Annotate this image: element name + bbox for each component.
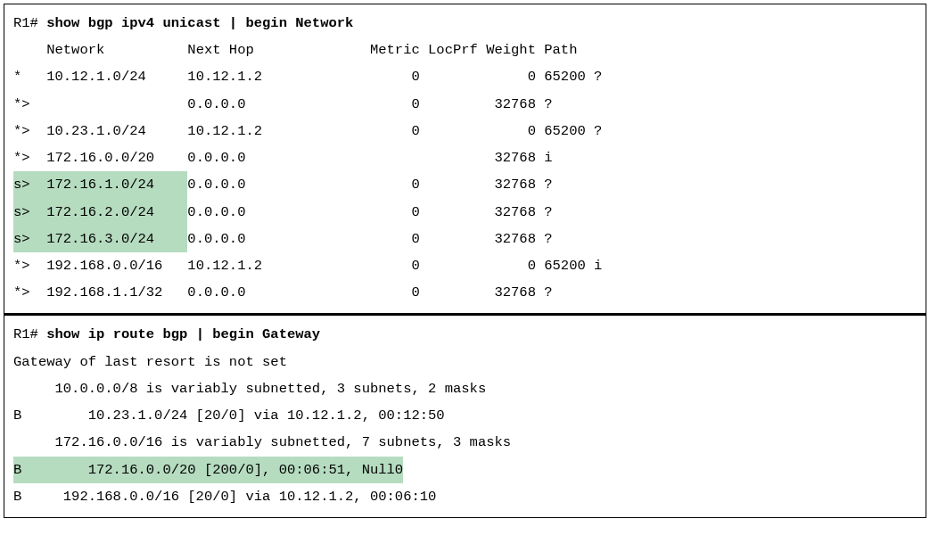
col-weight: 0 xyxy=(478,63,536,90)
route-rows-container: Gateway of last resort is not set10.0.0.… xyxy=(13,349,917,510)
highlighted-prefix: s>172.16.2.0/24 xyxy=(13,199,187,226)
col-nexthop: 0.0.0.0 xyxy=(187,144,370,171)
col-status: *> xyxy=(13,252,46,279)
col-nexthop: 10.12.1.2 xyxy=(187,63,370,90)
bgp-row: *>192.168.1.1/320.0.0.0032768? xyxy=(13,279,917,306)
col-weight: 0 xyxy=(478,252,536,279)
command-text: show bgp ipv4 unicast | begin Network xyxy=(46,15,353,31)
col-network-header: Network xyxy=(46,37,187,63)
col-metric-header: Metric xyxy=(370,37,420,63)
col-nexthop: 0.0.0.0 xyxy=(187,279,370,306)
terminal-output-box: R1# show bgp ipv4 unicast | begin Networ… xyxy=(4,4,926,518)
route-row: 10.0.0.0/8 is variably subnetted, 3 subn… xyxy=(13,375,917,402)
col-path: ? xyxy=(536,279,553,306)
col-status: s> xyxy=(13,171,46,198)
col-network: 172.16.3.0/24 xyxy=(46,226,187,252)
col-weight: 32768 xyxy=(478,279,536,306)
col-weight: 32768 xyxy=(478,199,536,226)
section-bgp-unicast: R1# show bgp ipv4 unicast | begin Networ… xyxy=(4,4,926,313)
bgp-row: *>172.16.0.0/200.0.0.032768i xyxy=(13,144,917,171)
col-locprf-header: LocPrf xyxy=(420,37,478,63)
bgp-row: s>172.16.2.0/240.0.0.0032768? xyxy=(13,199,917,226)
col-nexthop: 10.12.1.2 xyxy=(187,118,370,144)
col-nexthop: 0.0.0.0 xyxy=(187,199,370,226)
col-weight: 0 xyxy=(478,118,536,144)
col-metric: 0 xyxy=(370,279,420,306)
col-status: s> xyxy=(13,199,46,226)
col-network: 192.168.0.0/16 xyxy=(46,252,187,279)
col-weight: 32768 xyxy=(478,144,536,171)
route-code: B xyxy=(13,402,88,429)
col-network: 172.16.1.0/24 xyxy=(46,171,187,198)
command-line-2: R1# show ip route bgp | begin Gateway xyxy=(13,321,917,348)
col-status: *> xyxy=(13,144,46,171)
col-network: 172.16.2.0/24 xyxy=(46,199,187,226)
highlighted-route: B172.16.0.0/20 [200/0], 00:06:51, Null0 xyxy=(13,457,403,483)
route-text: 172.16.0.0/16 is variably subnetted, 7 s… xyxy=(13,429,511,456)
bgp-row: s>172.16.1.0/240.0.0.0032768? xyxy=(13,171,917,198)
col-nexthop: 10.12.1.2 xyxy=(187,252,370,279)
col-status: *> xyxy=(13,91,46,118)
col-weight-header: Weight xyxy=(478,37,536,63)
col-network: 10.12.1.0/24 xyxy=(46,63,187,90)
col-path: i xyxy=(536,144,553,171)
route-row: B172.16.0.0/20 [200/0], 00:06:51, Null0 xyxy=(13,457,917,483)
router-prompt: R1# xyxy=(13,15,38,31)
route-code: B xyxy=(13,483,63,510)
col-nexthop: 0.0.0.0 xyxy=(187,171,370,198)
col-nexthop: 0.0.0.0 xyxy=(187,91,370,118)
col-path: 65200 ? xyxy=(536,63,602,90)
command-line-1: R1# show bgp ipv4 unicast | begin Networ… xyxy=(13,10,917,37)
col-weight: 32768 xyxy=(478,226,536,252)
col-metric: 0 xyxy=(370,199,420,226)
route-row: B192.168.0.0/16 [20/0] via 10.12.1.2, 00… xyxy=(13,483,917,510)
col-path: ? xyxy=(536,199,553,226)
col-status-header xyxy=(13,37,46,63)
command-text: show ip route bgp | begin Gateway xyxy=(46,326,320,342)
bgp-row: *10.12.1.0/2410.12.1.20065200 ? xyxy=(13,63,917,90)
col-weight: 32768 xyxy=(478,91,536,118)
col-status: s> xyxy=(13,226,46,252)
col-path: 65200 ? xyxy=(536,118,602,144)
col-path: ? xyxy=(536,91,553,118)
col-metric: 0 xyxy=(370,226,420,252)
router-prompt: R1# xyxy=(13,326,38,342)
route-text: 192.168.0.0/16 [20/0] via 10.12.1.2, 00:… xyxy=(63,489,437,505)
bgp-row: *>0.0.0.0032768? xyxy=(13,91,917,118)
col-status: *> xyxy=(13,118,46,144)
route-text: 172.16.0.0/20 [200/0], 00:06:51, Null0 xyxy=(88,462,403,478)
col-path-header: Path xyxy=(536,37,578,63)
col-weight: 32768 xyxy=(478,171,536,198)
route-text: 10.23.1.0/24 [20/0] via 10.12.1.2, 00:12… xyxy=(88,408,445,424)
col-status: *> xyxy=(13,279,46,306)
route-code: B xyxy=(13,457,88,483)
col-path: ? xyxy=(536,226,553,252)
bgp-row: *>192.168.0.0/1610.12.1.20065200 i xyxy=(13,252,917,279)
col-metric: 0 xyxy=(370,91,420,118)
col-metric: 0 xyxy=(370,63,420,90)
bgp-header-row: NetworkNext HopMetricLocPrfWeightPath xyxy=(13,37,917,63)
col-metric: 0 xyxy=(370,252,420,279)
bgp-rows-container: *10.12.1.0/2410.12.1.20065200 ? *>0.0.0.… xyxy=(13,63,917,306)
highlighted-prefix: s>172.16.3.0/24 xyxy=(13,226,187,252)
col-nexthop: 0.0.0.0 xyxy=(187,226,370,252)
route-row: Gateway of last resort is not set xyxy=(13,349,917,375)
col-path: 65200 i xyxy=(536,252,602,279)
col-network: 192.168.1.1/32 xyxy=(46,279,187,306)
route-row: 172.16.0.0/16 is variably subnetted, 7 s… xyxy=(13,429,917,456)
route-text: Gateway of last resort is not set xyxy=(13,354,287,370)
col-status: * xyxy=(13,63,46,90)
bgp-row: s>172.16.3.0/240.0.0.0032768? xyxy=(13,226,917,252)
col-nexthop-header: Next Hop xyxy=(187,37,370,63)
col-network: 172.16.0.0/20 xyxy=(46,144,187,171)
section-ip-route: R1# show ip route bgp | begin Gateway Ga… xyxy=(4,316,926,517)
highlighted-prefix: s>172.16.1.0/24 xyxy=(13,171,187,198)
col-path: ? xyxy=(536,171,553,198)
col-metric: 0 xyxy=(370,118,420,144)
route-text: 10.0.0.0/8 is variably subnetted, 3 subn… xyxy=(13,375,486,402)
bgp-row: *>10.23.1.0/2410.12.1.20065200 ? xyxy=(13,118,917,144)
col-metric: 0 xyxy=(370,171,420,198)
route-row: B10.23.1.0/24 [20/0] via 10.12.1.2, 00:1… xyxy=(13,402,917,429)
col-network: 10.23.1.0/24 xyxy=(46,118,187,144)
